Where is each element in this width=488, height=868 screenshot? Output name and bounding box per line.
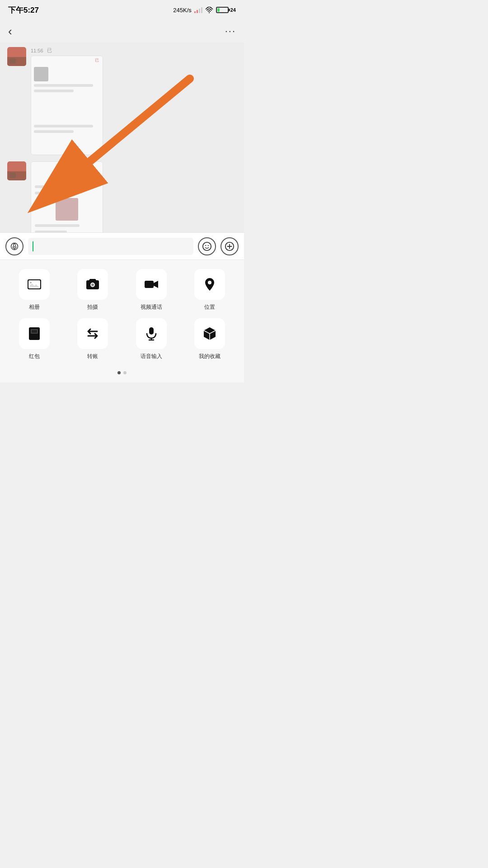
location-icon-box — [194, 269, 225, 300]
wifi-icon — [205, 7, 213, 13]
panel-item-video[interactable]: 视频通话 — [124, 269, 178, 311]
svg-point-0 — [209, 12, 210, 13]
status-bar: 下午5:27 245K/s 24 — [0, 0, 244, 20]
signal-icon — [194, 7, 202, 13]
svg-rect-28 — [149, 327, 154, 335]
status-time: 下午5:27 — [8, 5, 39, 15]
redpacket-icon-box — [19, 318, 50, 349]
network-speed: 245K/s — [173, 7, 191, 14]
avatar-1 — [7, 47, 26, 66]
chat-message-2 — [7, 161, 237, 232]
panel-item-transfer[interactable]: 转账 — [66, 318, 120, 360]
box-icon — [202, 326, 217, 341]
message-bubble-2[interactable] — [31, 161, 103, 232]
chat-message-1: 11:56 已 已 — [7, 47, 237, 155]
avatar-2 — [7, 161, 26, 180]
svg-point-13 — [205, 245, 206, 246]
svg-point-22 — [91, 283, 94, 286]
svg-point-24 — [208, 281, 211, 284]
svg-rect-6 — [9, 173, 16, 178]
location-icon — [202, 277, 217, 292]
add-button[interactable] — [221, 237, 239, 255]
chat-area: 11:56 已 已 — [0, 42, 244, 232]
panel-item-location[interactable]: 位置 — [183, 269, 237, 311]
message-bubble-1[interactable]: 已 — [31, 56, 103, 155]
svg-rect-3 — [9, 58, 16, 64]
extra-panel: 相册 拍摄 视频通话 — [0, 259, 244, 382]
nav-bar: ‹ ··· — [0, 20, 244, 42]
svg-point-10 — [14, 244, 16, 247]
mic-icon — [144, 326, 159, 341]
transfer-label: 转账 — [87, 353, 98, 360]
cursor — [33, 241, 33, 251]
panel-dots — [7, 368, 237, 378]
message-content-1: 11:56 已 已 — [31, 47, 103, 155]
favorites-icon-box — [194, 318, 225, 349]
text-input[interactable] — [28, 238, 193, 255]
transfer-icon-box — [77, 318, 108, 349]
album-icon-box — [19, 269, 50, 300]
voice-input-label: 语音输入 — [141, 353, 162, 360]
svg-point-14 — [208, 245, 209, 246]
input-bar — [0, 232, 244, 259]
panel-item-camera[interactable]: 拍摄 — [66, 269, 120, 311]
svg-point-12 — [203, 242, 211, 250]
battery-indicator: 24 — [216, 7, 236, 13]
camera-icon — [85, 277, 100, 292]
redpacket-icon — [27, 326, 42, 341]
voice-input-icon-box — [136, 318, 167, 349]
video-icon-box — [136, 269, 167, 300]
emoji-icon — [202, 241, 212, 251]
svg-rect-27 — [32, 330, 37, 333]
back-button[interactable]: ‹ — [8, 24, 12, 38]
battery-level: 24 — [230, 7, 236, 13]
camera-label: 拍摄 — [87, 303, 98, 311]
emoji-button[interactable] — [198, 237, 216, 255]
voice-button[interactable] — [5, 237, 23, 255]
favorites-label: 我的收藏 — [199, 353, 221, 360]
svg-rect-23 — [145, 281, 154, 288]
dot-2 — [123, 371, 127, 374]
camera-icon-box — [77, 269, 108, 300]
redpacket-label: 红包 — [29, 353, 40, 360]
panel-item-favorites[interactable]: 我的收藏 — [183, 318, 237, 360]
panel-item-voice-input[interactable]: 语音输入 — [124, 318, 178, 360]
video-label: 视频通话 — [141, 303, 162, 311]
album-icon — [27, 277, 42, 292]
dot-1 — [117, 371, 121, 374]
panel-item-album[interactable]: 相册 — [7, 269, 61, 311]
status-right: 245K/s 24 — [173, 7, 236, 14]
voice-icon — [10, 242, 19, 250]
album-label: 相册 — [29, 303, 40, 311]
msg-time-1: 11:56 — [31, 48, 43, 53]
message-content-2 — [31, 161, 103, 232]
transfer-icon — [85, 326, 100, 341]
video-icon — [144, 277, 159, 292]
location-label: 位置 — [204, 303, 215, 311]
more-button[interactable]: ··· — [225, 25, 236, 37]
plus-icon — [225, 241, 235, 251]
msg-sent-1: 已 — [47, 47, 52, 54]
panel-item-redpacket[interactable]: 红包 — [7, 318, 61, 360]
svg-point-20 — [30, 282, 32, 283]
panel-grid: 相册 拍摄 视频通话 — [7, 269, 237, 360]
